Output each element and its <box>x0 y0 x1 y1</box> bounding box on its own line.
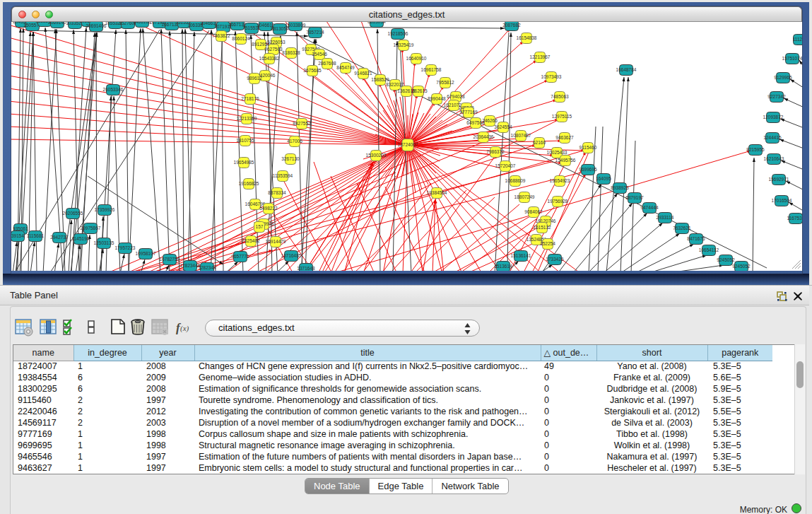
svg-text:15720407: 15720407 <box>495 163 516 168</box>
svg-text:6466160: 6466160 <box>133 22 151 24</box>
svg-text:9657771: 9657771 <box>231 254 249 259</box>
svg-text:10688609: 10688609 <box>505 178 526 183</box>
svg-text:8938923: 8938923 <box>611 185 629 190</box>
svg-text:19166825: 19166825 <box>239 181 259 186</box>
svg-text:9627503: 9627503 <box>264 47 283 52</box>
svg-text:7463822: 7463822 <box>212 33 230 38</box>
svg-text:1145194: 1145194 <box>72 236 90 241</box>
svg-text:2087682: 2087682 <box>502 23 521 28</box>
svg-text:20691406: 20691406 <box>86 23 107 28</box>
svg-text:15300203: 15300203 <box>366 153 387 158</box>
svg-text:20364436: 20364436 <box>473 134 494 139</box>
svg-text:3675685: 3675685 <box>303 68 322 73</box>
svg-text:19654985: 19654985 <box>234 160 254 165</box>
svg-text:16640910: 16640910 <box>406 56 427 61</box>
svg-text:8215955: 8215955 <box>746 147 765 152</box>
svg-text:1513614: 1513614 <box>494 264 512 269</box>
svg-text:7632621: 7632621 <box>673 226 691 230</box>
svg-text:13325419: 13325419 <box>394 42 414 47</box>
svg-text:9227342: 9227342 <box>767 94 786 99</box>
svg-text:9699695: 9699695 <box>579 167 597 172</box>
svg-text:9245052: 9245052 <box>717 257 735 262</box>
svg-text:6879197: 6879197 <box>625 195 644 200</box>
svg-text:19654923: 19654923 <box>550 178 570 183</box>
svg-text:111234: 111234 <box>793 37 802 42</box>
svg-text:39154: 39154 <box>11 233 24 238</box>
svg-text:17957223: 17957223 <box>115 245 136 250</box>
svg-text:5498222: 5498222 <box>259 206 278 211</box>
svg-text:12213967: 12213967 <box>530 54 551 59</box>
svg-text:19384554: 19384554 <box>427 190 447 195</box>
svg-text:746266: 746266 <box>482 118 498 123</box>
svg-text:13716485: 13716485 <box>281 253 302 258</box>
svg-text:16154838: 16154838 <box>517 35 537 40</box>
svg-text:10973493: 10973493 <box>541 74 562 79</box>
svg-text:417006: 417006 <box>287 139 302 144</box>
svg-text:8427552: 8427552 <box>293 121 311 126</box>
svg-text:7986372: 7986372 <box>486 149 505 154</box>
svg-text:26053346: 26053346 <box>103 87 124 92</box>
svg-text:7485063: 7485063 <box>551 94 569 99</box>
svg-text:1733426: 1733426 <box>546 257 564 262</box>
svg-text:3624554: 3624554 <box>494 124 512 129</box>
svg-text:16782759: 16782759 <box>160 257 180 262</box>
svg-text:18724007: 18724007 <box>398 142 418 147</box>
svg-text:2942737: 2942737 <box>50 235 69 240</box>
svg-text:62160: 62160 <box>533 140 546 145</box>
svg-text:1810755: 1810755 <box>236 138 254 143</box>
svg-text:2867608: 2867608 <box>318 61 336 66</box>
svg-text:15495756: 15495756 <box>555 158 576 163</box>
svg-text:157: 157 <box>256 224 264 229</box>
svg-text:12975115: 12975115 <box>552 114 572 119</box>
svg-text:1362615: 1362615 <box>397 88 416 93</box>
svg-text:1615132: 1615132 <box>533 225 551 230</box>
svg-text:(x): (x) <box>180 324 189 333</box>
svg-text:9115460: 9115460 <box>579 145 597 150</box>
svg-text:20975867: 20975867 <box>81 226 101 230</box>
svg-text:15751074: 15751074 <box>782 56 802 61</box>
svg-text:10958107: 10958107 <box>136 251 156 256</box>
svg-text:8878334: 8878334 <box>268 190 286 195</box>
svg-text:10807487: 10807487 <box>511 133 531 138</box>
svg-text:19756928: 19756928 <box>548 199 568 204</box>
svg-text:1244415: 1244415 <box>763 135 782 140</box>
svg-text:16543382: 16543382 <box>259 56 280 61</box>
svg-text:154546: 154546 <box>312 52 327 57</box>
svg-text:3267130: 3267130 <box>281 156 300 161</box>
svg-text:16961758: 16961758 <box>421 67 442 72</box>
svg-text:6794028: 6794028 <box>447 94 465 99</box>
svg-text:8322037: 8322037 <box>386 82 404 87</box>
svg-text:16914479: 16914479 <box>266 239 286 244</box>
svg-text:10025433: 10025433 <box>547 150 567 155</box>
svg-text:15136141: 15136141 <box>511 253 531 258</box>
svg-text:8454749: 8454749 <box>336 65 355 70</box>
svg-text:1588520: 1588520 <box>371 77 389 82</box>
svg-text:17359926: 17359926 <box>95 207 115 212</box>
svg-text:1371648: 1371648 <box>297 266 315 271</box>
svg-text:7857214: 7857214 <box>306 30 324 35</box>
svg-text:17016504: 17016504 <box>772 198 792 203</box>
svg-text:9084067: 9084067 <box>524 209 543 214</box>
svg-text:18807249: 18807249 <box>514 194 535 199</box>
svg-text:9474444: 9474444 <box>640 205 659 210</box>
svg-text:2718176: 2718176 <box>241 96 259 101</box>
svg-text:20206555: 20206555 <box>63 211 83 216</box>
svg-text:9777169: 9777169 <box>459 110 478 115</box>
svg-text:164095: 164095 <box>596 176 611 181</box>
svg-text:16033809: 16033809 <box>286 23 306 28</box>
svg-text:252254: 252254 <box>540 241 555 246</box>
svg-text:12093872: 12093872 <box>763 115 784 119</box>
svg-text:8990448: 8990448 <box>428 96 446 101</box>
svg-text:19218506: 19218506 <box>388 31 408 36</box>
svg-text:7625402: 7625402 <box>242 238 260 243</box>
svg-text:1167531: 1167531 <box>787 216 802 221</box>
svg-text:16210643: 16210643 <box>764 156 784 161</box>
svg-text:12213369: 12213369 <box>237 116 257 121</box>
svg-text:1282344: 1282344 <box>198 265 216 270</box>
svg-text:10654112: 10654112 <box>699 247 719 252</box>
svg-text:8186328: 8186328 <box>282 50 300 55</box>
svg-text:1115681: 1115681 <box>27 233 45 238</box>
svg-text:9245052: 9245052 <box>732 264 751 269</box>
svg-text:15692971: 15692971 <box>769 177 789 182</box>
svg-text:8660124: 8660124 <box>232 36 250 41</box>
